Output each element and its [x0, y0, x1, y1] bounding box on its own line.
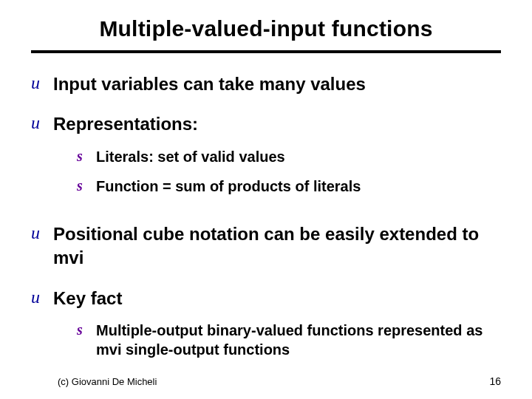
- bullet-text-wrap: Key fact s Multiple-output binary-valued…: [53, 287, 501, 369]
- sub-bullet-text: Multiple-output binary-valued functions …: [96, 321, 501, 359]
- bullet-level1: u Key fact s Multiple-output binary-valu…: [31, 287, 501, 369]
- bullet-text: Key fact: [53, 288, 122, 308]
- sub-bullet-mark-icon: s: [77, 321, 96, 338]
- bullet-mark-icon: u: [31, 112, 53, 134]
- bullet-mark-icon: u: [31, 287, 53, 308]
- bullet-level1: u Input variables can take many values: [31, 72, 501, 96]
- sub-bullet-list: s Literals: set of valid values s Functi…: [77, 147, 501, 196]
- bullet-level2: s Multiple-output binary-valued function…: [77, 321, 501, 359]
- bullet-mark-icon: u: [31, 72, 53, 94]
- bullet-mark-icon: u: [31, 222, 53, 244]
- bullet-level1: u Positional cube notation can be easily…: [31, 222, 501, 270]
- slide: Multiple-valued-input functions u Input …: [0, 0, 532, 399]
- bullet-text: Input variables can take many values: [53, 72, 501, 96]
- sub-bullet-mark-icon: s: [77, 147, 96, 165]
- sub-bullet-text: Literals: set of valid values: [96, 147, 501, 166]
- page-number: 16: [489, 375, 501, 387]
- bullet-level1: u Representations: s Literals: set of va…: [31, 112, 501, 205]
- copyright-text: (c) Giovanni De Micheli: [58, 376, 157, 387]
- bullet-text-wrap: Representations: s Literals: set of vali…: [53, 112, 501, 205]
- sub-bullet-text: Function = sum of products of literals: [96, 177, 501, 196]
- bullet-text: Representations:: [53, 114, 198, 134]
- title-underline: [31, 50, 501, 53]
- bullet-text: Positional cube notation can be easily e…: [53, 222, 501, 270]
- bullet-level2: s Function = sum of products of literals: [77, 177, 501, 196]
- sub-bullet-list: s Multiple-output binary-valued function…: [77, 321, 501, 359]
- bullet-level2: s Literals: set of valid values: [77, 147, 501, 166]
- slide-title: Multiple-valued-input functions: [31, 16, 501, 41]
- bullet-list: u Input variables can take many values u…: [31, 72, 501, 369]
- sub-bullet-mark-icon: s: [77, 177, 96, 194]
- slide-footer: (c) Giovanni De Micheli 16: [0, 375, 532, 387]
